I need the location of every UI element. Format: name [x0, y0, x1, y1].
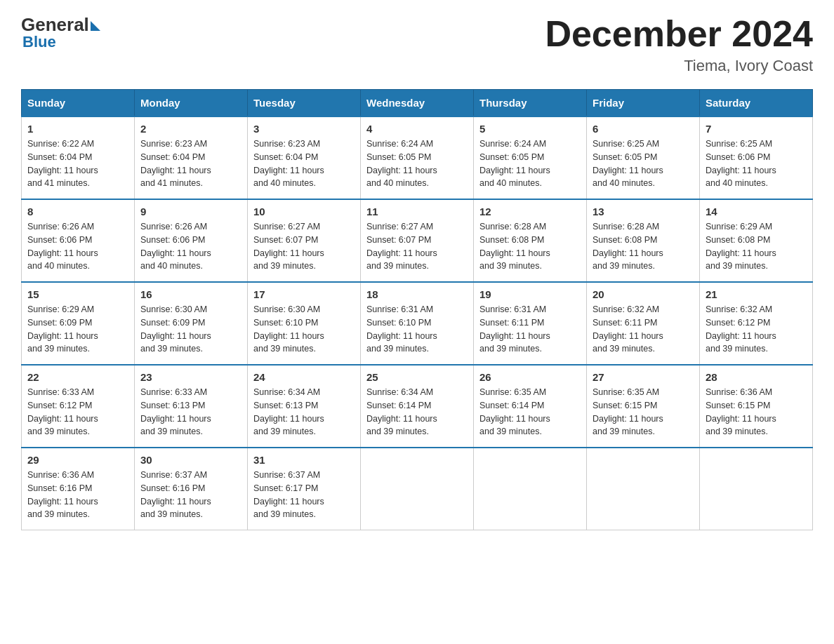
- day-number: 4: [366, 123, 468, 135]
- day-info: Sunrise: 6:27 AMSunset: 6:07 PMDaylight:…: [253, 220, 355, 273]
- calendar-cell: 21 Sunrise: 6:32 AMSunset: 6:12 PMDaylig…: [700, 282, 813, 365]
- weekday-header-monday: Monday: [135, 90, 248, 117]
- logo-arrow-icon: [91, 21, 100, 31]
- day-number: 13: [593, 206, 694, 217]
- calendar-cell: 1 Sunrise: 6:22 AMSunset: 6:04 PMDayligh…: [22, 116, 135, 199]
- day-info: Sunrise: 6:29 AMSunset: 6:08 PMDaylight:…: [706, 220, 807, 273]
- calendar-cell: 8 Sunrise: 6:26 AMSunset: 6:06 PMDayligh…: [22, 199, 135, 282]
- calendar-cell: [361, 448, 474, 530]
- calendar-cell: 19 Sunrise: 6:31 AMSunset: 6:11 PMDaylig…: [474, 282, 587, 365]
- day-number: 20: [593, 288, 694, 300]
- calendar-cell: [474, 448, 587, 530]
- day-number: 28: [706, 371, 807, 383]
- day-info: Sunrise: 6:26 AMSunset: 6:06 PMDaylight:…: [140, 220, 241, 273]
- weekday-header-wednesday: Wednesday: [361, 90, 474, 117]
- day-number: 6: [593, 123, 694, 135]
- calendar-cell: 3 Sunrise: 6:23 AMSunset: 6:04 PMDayligh…: [248, 116, 361, 199]
- calendar-week-row: 1 Sunrise: 6:22 AMSunset: 6:04 PMDayligh…: [22, 116, 813, 199]
- day-info: Sunrise: 6:31 AMSunset: 6:11 PMDaylight:…: [479, 303, 581, 356]
- calendar-cell: 6 Sunrise: 6:25 AMSunset: 6:05 PMDayligh…: [587, 116, 700, 199]
- day-info: Sunrise: 6:29 AMSunset: 6:09 PMDaylight:…: [27, 303, 128, 356]
- weekday-header-sunday: Sunday: [22, 90, 135, 117]
- calendar-cell: 27 Sunrise: 6:35 AMSunset: 6:15 PMDaylig…: [587, 365, 700, 448]
- day-number: 22: [27, 371, 128, 383]
- day-number: 7: [706, 123, 807, 135]
- day-number: 31: [253, 454, 355, 466]
- calendar-cell: 11 Sunrise: 6:27 AMSunset: 6:07 PMDaylig…: [361, 199, 474, 282]
- calendar-cell: 14 Sunrise: 6:29 AMSunset: 6:08 PMDaylig…: [700, 199, 813, 282]
- calendar-cell: 26 Sunrise: 6:35 AMSunset: 6:14 PMDaylig…: [474, 365, 587, 448]
- day-info: Sunrise: 6:36 AMSunset: 6:15 PMDaylight:…: [706, 386, 807, 438]
- day-info: Sunrise: 6:32 AMSunset: 6:12 PMDaylight:…: [706, 303, 807, 356]
- page-header: General Blue December 2024 Tiema, Ivory …: [21, 14, 813, 75]
- calendar-cell: [587, 448, 700, 530]
- calendar-cell: 7 Sunrise: 6:25 AMSunset: 6:06 PMDayligh…: [700, 116, 813, 199]
- calendar-cell: 20 Sunrise: 6:32 AMSunset: 6:11 PMDaylig…: [587, 282, 700, 365]
- day-info: Sunrise: 6:37 AMSunset: 6:17 PMDaylight:…: [253, 469, 355, 521]
- day-info: Sunrise: 6:37 AMSunset: 6:16 PMDaylight:…: [140, 469, 241, 521]
- logo-blue: Blue: [22, 33, 56, 51]
- day-number: 15: [27, 288, 128, 300]
- day-info: Sunrise: 6:24 AMSunset: 6:05 PMDaylight:…: [479, 137, 581, 190]
- calendar-week-row: 22 Sunrise: 6:33 AMSunset: 6:12 PMDaylig…: [22, 365, 813, 448]
- calendar-cell: 28 Sunrise: 6:36 AMSunset: 6:15 PMDaylig…: [700, 365, 813, 448]
- calendar-cell: 25 Sunrise: 6:34 AMSunset: 6:14 PMDaylig…: [361, 365, 474, 448]
- day-info: Sunrise: 6:34 AMSunset: 6:13 PMDaylight:…: [253, 386, 355, 438]
- day-info: Sunrise: 6:30 AMSunset: 6:10 PMDaylight:…: [253, 303, 355, 356]
- day-number: 18: [366, 288, 468, 300]
- calendar-table: SundayMondayTuesdayWednesdayThursdayFrid…: [21, 89, 813, 530]
- calendar-cell: 10 Sunrise: 6:27 AMSunset: 6:07 PMDaylig…: [248, 199, 361, 282]
- calendar-cell: 13 Sunrise: 6:28 AMSunset: 6:08 PMDaylig…: [587, 199, 700, 282]
- day-number: 1: [27, 123, 128, 135]
- day-number: 9: [140, 206, 241, 217]
- day-number: 14: [706, 206, 807, 217]
- calendar-cell: 12 Sunrise: 6:28 AMSunset: 6:08 PMDaylig…: [474, 199, 587, 282]
- calendar-cell: 31 Sunrise: 6:37 AMSunset: 6:17 PMDaylig…: [248, 448, 361, 530]
- day-number: 10: [253, 206, 355, 217]
- title-area: December 2024 Tiema, Ivory Coast: [545, 14, 813, 75]
- calendar-subtitle: Tiema, Ivory Coast: [545, 57, 813, 75]
- day-info: Sunrise: 6:35 AMSunset: 6:14 PMDaylight:…: [479, 386, 581, 438]
- day-number: 26: [479, 371, 581, 383]
- calendar-cell: [700, 448, 813, 530]
- day-number: 25: [366, 371, 468, 383]
- day-info: Sunrise: 6:25 AMSunset: 6:05 PMDaylight:…: [593, 137, 694, 190]
- calendar-cell: 18 Sunrise: 6:31 AMSunset: 6:10 PMDaylig…: [361, 282, 474, 365]
- calendar-cell: 9 Sunrise: 6:26 AMSunset: 6:06 PMDayligh…: [135, 199, 248, 282]
- calendar-cell: 5 Sunrise: 6:24 AMSunset: 6:05 PMDayligh…: [474, 116, 587, 199]
- calendar-cell: 17 Sunrise: 6:30 AMSunset: 6:10 PMDaylig…: [248, 282, 361, 365]
- calendar-cell: 2 Sunrise: 6:23 AMSunset: 6:04 PMDayligh…: [135, 116, 248, 199]
- calendar-cell: 22 Sunrise: 6:33 AMSunset: 6:12 PMDaylig…: [22, 365, 135, 448]
- weekday-header-saturday: Saturday: [700, 90, 813, 117]
- day-info: Sunrise: 6:27 AMSunset: 6:07 PMDaylight:…: [366, 220, 468, 273]
- day-number: 30: [140, 454, 241, 466]
- day-number: 3: [253, 123, 355, 135]
- day-info: Sunrise: 6:33 AMSunset: 6:13 PMDaylight:…: [140, 386, 241, 438]
- day-number: 8: [27, 206, 128, 217]
- calendar-week-row: 29 Sunrise: 6:36 AMSunset: 6:16 PMDaylig…: [22, 448, 813, 530]
- day-number: 2: [140, 123, 241, 135]
- day-info: Sunrise: 6:30 AMSunset: 6:09 PMDaylight:…: [140, 303, 241, 356]
- calendar-cell: 4 Sunrise: 6:24 AMSunset: 6:05 PMDayligh…: [361, 116, 474, 199]
- day-number: 17: [253, 288, 355, 300]
- day-info: Sunrise: 6:23 AMSunset: 6:04 PMDaylight:…: [253, 137, 355, 190]
- day-number: 16: [140, 288, 241, 300]
- logo: General Blue: [21, 14, 100, 51]
- calendar-cell: 24 Sunrise: 6:34 AMSunset: 6:13 PMDaylig…: [248, 365, 361, 448]
- calendar-cell: 15 Sunrise: 6:29 AMSunset: 6:09 PMDaylig…: [22, 282, 135, 365]
- weekday-header-row: SundayMondayTuesdayWednesdayThursdayFrid…: [22, 90, 813, 117]
- day-info: Sunrise: 6:28 AMSunset: 6:08 PMDaylight:…: [479, 220, 581, 273]
- day-info: Sunrise: 6:31 AMSunset: 6:10 PMDaylight:…: [366, 303, 468, 356]
- calendar-cell: 23 Sunrise: 6:33 AMSunset: 6:13 PMDaylig…: [135, 365, 248, 448]
- day-number: 21: [706, 288, 807, 300]
- day-info: Sunrise: 6:26 AMSunset: 6:06 PMDaylight:…: [27, 220, 128, 273]
- day-number: 11: [366, 206, 468, 217]
- calendar-cell: 29 Sunrise: 6:36 AMSunset: 6:16 PMDaylig…: [22, 448, 135, 530]
- weekday-header-thursday: Thursday: [474, 90, 587, 117]
- calendar-cell: 30 Sunrise: 6:37 AMSunset: 6:16 PMDaylig…: [135, 448, 248, 530]
- day-info: Sunrise: 6:25 AMSunset: 6:06 PMDaylight:…: [706, 137, 807, 190]
- calendar-cell: 16 Sunrise: 6:30 AMSunset: 6:09 PMDaylig…: [135, 282, 248, 365]
- weekday-header-friday: Friday: [587, 90, 700, 117]
- day-number: 19: [479, 288, 581, 300]
- day-info: Sunrise: 6:36 AMSunset: 6:16 PMDaylight:…: [27, 469, 128, 521]
